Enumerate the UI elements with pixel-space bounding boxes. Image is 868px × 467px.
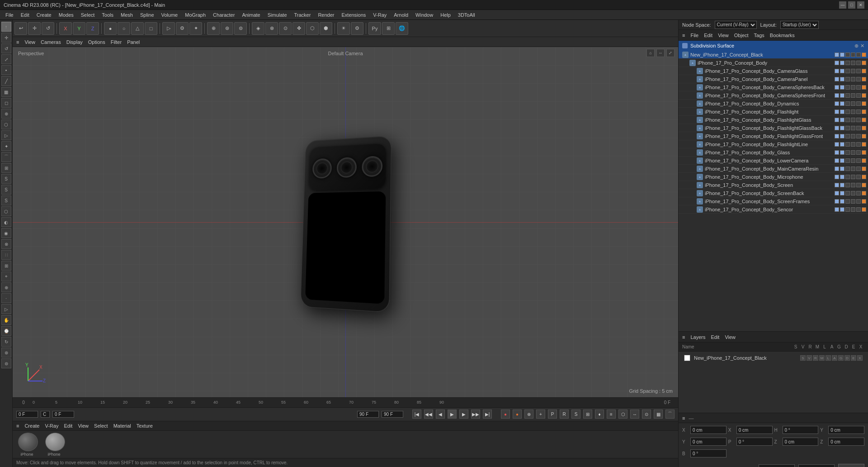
current-frame-input[interactable] [16, 411, 38, 418]
mat-menu-create[interactable]: Create [24, 423, 39, 429]
viewport-menu-options[interactable]: Options [88, 39, 105, 45]
menu-item-select[interactable]: Select [77, 11, 99, 19]
frame-field-2[interactable] [52, 411, 74, 418]
viewport-menu-view[interactable]: View [24, 39, 35, 45]
end-frame-input[interactable] [357, 411, 379, 418]
mat-menu-view[interactable]: View [78, 423, 89, 429]
menu-item-3dtoall[interactable]: 3DToAll [454, 11, 479, 19]
keyframe-pos-button[interactable]: P [548, 410, 557, 419]
globe-tool-tb[interactable]: 🌐 [396, 22, 408, 35]
menu-item-v-ray[interactable]: V-Ray [369, 11, 390, 19]
om-item-17[interactable]: ▲iPhone_17_Pro_Concept_Body_ScreenBack [679, 189, 868, 197]
coord-system-select[interactable]: World Object Parent [759, 464, 795, 467]
menu-item-file[interactable]: File [2, 11, 17, 19]
move-button[interactable]: ✛ [28, 22, 41, 35]
sun-tool-tb[interactable]: ☀ [337, 22, 350, 35]
bend-btn-left[interactable]: ↻ [1, 337, 11, 347]
floor-tool-tb[interactable]: ⊙ [279, 22, 292, 35]
hair-btn-left[interactable]: ⊗ [1, 239, 11, 249]
pp-x-input[interactable] [690, 426, 726, 434]
menu-item-animate[interactable]: Animate [238, 11, 264, 19]
om-item-13[interactable]: ▲iPhone_17_Pro_Concept_Body_LowerCamera [679, 157, 868, 165]
node-space-select[interactable]: Current (V-Ray) [715, 21, 757, 29]
mat-menu-vray[interactable]: V-Ray [45, 423, 58, 429]
spline-button[interactable]: ⌒ [1, 152, 11, 162]
om-item-16[interactable]: ▲iPhone_17_Pro_Concept_Body_Screen [679, 181, 868, 189]
hand-btn-left[interactable]: ✋ [1, 315, 11, 325]
material-swatch-0[interactable]: iPhone_ [16, 433, 40, 456]
menu-item-tools[interactable]: Tools [98, 11, 117, 19]
om-menu-tags[interactable]: Tags [754, 33, 764, 38]
rotate-button[interactable]: ↺ [42, 22, 54, 35]
menu-item-mograph[interactable]: MoGraph [181, 11, 209, 19]
pp-z-rot-input[interactable] [828, 438, 864, 446]
lm-icon-g[interactable]: G [838, 355, 844, 361]
om-item-0[interactable]: ▲New_iPhone_17_Concept_Black [679, 51, 868, 59]
particle-btn-left[interactable]: ∷ [1, 250, 11, 260]
z-axis-button[interactable]: Z [86, 22, 99, 35]
minimize-button[interactable]: — [839, 1, 846, 9]
move-tool-button[interactable]: ↑ [1, 22, 11, 32]
keyframe-scale-button[interactable]: S [571, 410, 580, 419]
om-item-9[interactable]: ▲iPhone_17_Pro_Concept_Body_FlashlightGl… [679, 124, 868, 132]
keyframe-sel-button[interactable]: + [536, 410, 545, 419]
om-close-btn[interactable]: ✕ [860, 43, 864, 49]
edge-mode-tb[interactable]: ○ [118, 22, 130, 35]
om-item-19[interactable]: ▲iPhone_17_Pro_Concept_Body_Sencor [679, 205, 868, 214]
om-item-1[interactable]: ▲iPhone_17_Pro_Concept_Body [679, 59, 868, 67]
menu-item-character[interactable]: Character [209, 11, 238, 19]
scale-tool-button[interactable]: ⤢ [1, 54, 11, 64]
prev-key-button[interactable]: ◀ [436, 410, 445, 419]
mat-toggle[interactable]: ≡ [16, 423, 19, 429]
om-menu-edit[interactable]: Edit [704, 33, 712, 38]
cloth-btn-left[interactable]: ⊞ [1, 261, 11, 271]
om-item-14[interactable]: ▲iPhone_17_Pro_Concept_Body_MainCameraRe… [679, 165, 868, 173]
end-frame-input-2[interactable] [382, 411, 403, 418]
material-swatch-1[interactable]: iPhone_ [43, 433, 67, 456]
lm-icon-m[interactable]: M [819, 355, 825, 361]
lm-icon-x[interactable]: X [857, 355, 863, 361]
snap-button[interactable]: ⊞ [1, 163, 11, 173]
mat-menu-edit[interactable]: Edit [64, 423, 72, 429]
viewport-menu-filter[interactable]: Filter [111, 39, 122, 45]
ik-btn-left[interactable]: ⊕ [1, 282, 11, 292]
apply-button[interactable]: Apply [838, 464, 864, 467]
pp-h-input[interactable] [783, 426, 819, 434]
sky-tool-tb[interactable]: ✤ [292, 22, 305, 35]
next-key-button[interactable]: ▶ [459, 410, 468, 419]
mat-menu-texture[interactable]: Texture [137, 423, 153, 429]
render-region-button[interactable]: ⊜ [234, 22, 247, 35]
dope-button[interactable]: ▦ [654, 410, 663, 419]
retarget-button[interactable]: ↔ [630, 410, 639, 419]
undo-button[interactable]: ↩ [14, 22, 27, 35]
om-menu-bookmarks[interactable]: Bookmarks [770, 33, 795, 38]
lm-icon-l[interactable]: L [826, 355, 831, 361]
sculpt-button[interactable]: ✦ [1, 141, 11, 151]
menu-item-window[interactable]: Window [412, 11, 437, 19]
edge-mode-button[interactable]: ╱ [1, 76, 11, 86]
viewport-toggle[interactable]: ≡ [16, 39, 19, 45]
anim-mode-button[interactable]: ♦ [595, 410, 604, 419]
menu-item-volume[interactable]: Volume [158, 11, 182, 19]
om-menu-file[interactable]: File [690, 33, 698, 38]
anim-button[interactable]: ▷ [1, 130, 11, 140]
vi-btn-fullscreen[interactable]: ⤢ [666, 49, 675, 57]
transform-type-select[interactable]: Scale Position Rotation [798, 464, 835, 467]
new-scene-button[interactable]: ▷ [162, 22, 175, 35]
body-btn-left[interactable]: ⌖ [1, 272, 11, 281]
om-item-4[interactable]: ▲iPhone_17_Pro_Concept_Body_CameraSphere… [679, 83, 868, 91]
om-object-list[interactable]: ▲New_iPhone_17_Concept_Black▲iPhone_17_P… [679, 51, 868, 331]
lm-toggle[interactable]: ≡ [682, 334, 685, 340]
lm-icon-v[interactable]: V [807, 355, 812, 361]
point-mode-tb[interactable]: ● [104, 22, 117, 35]
om-new-btn[interactable]: ⊕ [854, 43, 859, 49]
light-btn-left[interactable]: ◐ [1, 217, 11, 227]
env-btn-left[interactable]: ◉ [1, 228, 11, 238]
keyframe-param-button[interactable]: ⊞ [583, 410, 592, 419]
menu-item-render[interactable]: Render [314, 11, 338, 19]
mat-menu-select[interactable]: Select [94, 423, 108, 429]
goto-start-button[interactable]: |◀ [412, 410, 421, 419]
viewport-canvas[interactable]: Perspective Default Camera ⌂ ↔ ⤢ [13, 47, 678, 397]
om-item-2[interactable]: ▲iPhone_17_Pro_Concept_Body_CameraGlass [679, 67, 868, 75]
render-button[interactable]: ⊕ [207, 22, 220, 35]
